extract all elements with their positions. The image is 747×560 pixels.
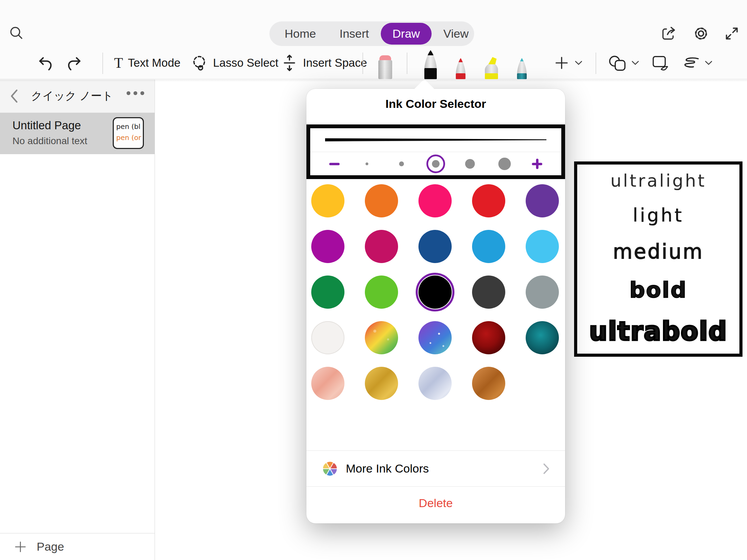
insert-space-button[interactable]: Insert Space (281, 52, 367, 74)
page-list-item-selected[interactable]: Untitled Page No additional text pen (bl… (0, 113, 155, 154)
toolbar-divider (407, 53, 407, 74)
settings-button[interactable] (692, 24, 710, 43)
lasso-icon (190, 54, 208, 72)
page-list-sidebar: クイック ノート Untitled Page No additional tex… (0, 80, 155, 560)
stroke-size-option-3[interactable] (426, 155, 445, 173)
scribble-button[interactable] (682, 52, 712, 74)
color-swatch-pink[interactable] (418, 184, 452, 217)
scribble-icon (682, 56, 700, 70)
add-page-button[interactable]: Page (0, 533, 155, 560)
color-swatch-bronze-texture[interactable] (472, 367, 505, 400)
red-pen-icon (453, 58, 469, 79)
yellow-highlighter-tool[interactable] (482, 57, 501, 79)
chevron-down-icon (631, 60, 639, 65)
color-swatch-light-green[interactable] (365, 276, 398, 309)
share-button[interactable] (660, 25, 677, 42)
color-swatch-rose-gold[interactable] (311, 367, 344, 400)
eraser-tool[interactable] (378, 55, 393, 79)
increase-size-button[interactable] (529, 156, 545, 171)
color-swatch-teal-marble[interactable] (526, 321, 559, 354)
more-options-button[interactable] (127, 91, 144, 95)
stroke-size-option-1[interactable] (358, 155, 376, 173)
toolbar-divider (362, 53, 363, 74)
plus-icon (13, 540, 28, 554)
color-swatch-dark-pink[interactable] (365, 230, 398, 263)
color-swatch-galaxy[interactable] (418, 321, 452, 354)
teal-pen-tool[interactable] (514, 58, 530, 79)
color-swatch-dark-red-marble[interactable] (472, 321, 505, 354)
color-swatch-gray[interactable] (526, 276, 559, 309)
color-swatch-red[interactable] (472, 184, 505, 217)
color-swatch-orange[interactable] (365, 184, 398, 217)
decrease-size-button[interactable] (327, 156, 342, 171)
color-swatch-gold[interactable] (311, 184, 344, 217)
more-ink-colors-button[interactable]: More Ink Colors (306, 450, 565, 486)
tab-insert[interactable]: Insert (328, 23, 381, 45)
insert-space-icon (281, 54, 298, 72)
stroke-weight-sample-box: ultralight light medium bold ultrabold (574, 161, 743, 357)
redo-icon (66, 55, 83, 73)
redo-button[interactable] (65, 55, 84, 73)
share-icon (660, 25, 677, 42)
back-button[interactable] (0, 86, 28, 106)
delete-pen-row: Delete (306, 486, 565, 523)
plus-icon (553, 55, 570, 71)
color-swatch-blue[interactable] (472, 230, 505, 263)
red-pen-tool[interactable] (453, 58, 469, 79)
undo-icon (37, 55, 54, 73)
color-wheel-icon (322, 460, 338, 477)
delete-button[interactable]: Delete (419, 496, 453, 510)
color-swatch-dark-gray[interactable] (472, 276, 505, 309)
tab-draw[interactable]: Draw (381, 23, 432, 45)
tab-view[interactable]: View (432, 23, 480, 45)
color-swatch-white[interactable] (311, 321, 344, 354)
ink-color-selector-popup: Ink Color Selector (306, 89, 565, 523)
color-swatch-rainbow-glitter[interactable] (365, 321, 398, 354)
sample-light: light (633, 205, 684, 226)
popup-title: Ink Color Selector (306, 97, 565, 111)
text-mode-label: Text Mode (128, 56, 181, 69)
undo-button[interactable] (36, 55, 55, 73)
color-swatch-dark-blue[interactable] (418, 230, 452, 263)
thumbnail-line1: pen (bl (116, 121, 143, 132)
stroke-preview (310, 128, 561, 152)
add-pen-button[interactable] (553, 52, 582, 74)
lasso-select-label: Lasso Select (213, 56, 278, 69)
shapes-button[interactable] (608, 52, 639, 74)
color-swatch-light-blue[interactable] (526, 230, 559, 263)
yellow-highlighter-icon (482, 57, 501, 79)
chevron-down-icon (705, 60, 712, 65)
shapes-icon (608, 55, 627, 71)
search-button[interactable] (8, 24, 25, 41)
minus-icon (329, 163, 340, 165)
stroke-size-option-2[interactable] (392, 155, 411, 173)
fullscreen-button[interactable] (723, 25, 740, 42)
text-mode-button[interactable]: T Text Mode (114, 52, 181, 74)
add-page-label: Page (37, 540, 64, 553)
color-swatch-grid (311, 184, 559, 400)
sample-ultralight: ultralight (610, 171, 706, 191)
settings-gear-icon (692, 25, 710, 43)
color-swatch-silver-texture[interactable] (418, 367, 452, 400)
lasso-select-button[interactable]: Lasso Select (190, 52, 278, 74)
stroke-size-option-4[interactable] (461, 155, 479, 173)
stroke-size-option-5[interactable] (495, 155, 514, 173)
toolbar-shadow (0, 80, 747, 82)
sample-ultrabold: ultrabold (589, 316, 728, 346)
ellipsis-icon (127, 91, 130, 95)
ribbon-tabbar: Home Insert Draw View (269, 21, 474, 46)
ink-to-text-icon (652, 55, 669, 71)
black-pen-tool[interactable] (421, 50, 440, 79)
tab-home[interactable]: Home (273, 23, 328, 45)
text-mode-icon: T (114, 55, 123, 71)
search-icon (8, 25, 24, 41)
color-swatch-magenta[interactable] (311, 230, 344, 263)
teal-pen-icon (514, 58, 530, 79)
color-swatch-purple[interactable] (526, 184, 559, 217)
toolbar-divider (596, 53, 596, 74)
ink-to-text-button[interactable] (652, 54, 670, 72)
color-swatch-gold-texture[interactable] (365, 367, 398, 400)
color-swatch-green[interactable] (311, 276, 344, 309)
color-swatch-black-selected[interactable] (418, 276, 452, 309)
chevron-right-icon (543, 463, 550, 475)
